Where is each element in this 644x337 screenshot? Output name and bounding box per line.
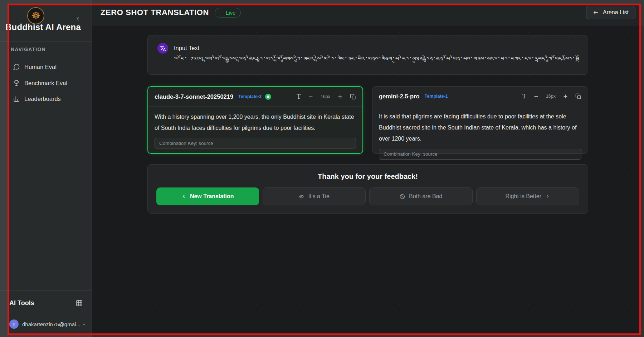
live-glyph-icon [220, 11, 223, 14]
increase-font-button[interactable] [337, 94, 343, 100]
decrease-font-button[interactable] [533, 93, 539, 99]
feedback-heading: Thank you for your feedback! [148, 172, 588, 181]
copy-icon[interactable] [350, 94, 356, 100]
grid-icon[interactable] [75, 299, 83, 307]
input-text-panel: Input Text ལོ་ངོ་ ༡༢༠༠ ལྷག་གི་ལོ་རྒྱུས་ལ… [147, 35, 588, 75]
model-name: gemini-2.5-pro [379, 93, 420, 100]
chat-bubble-icon [13, 63, 20, 70]
handshake-icon [299, 194, 305, 200]
sidebar-item-leaderboards[interactable]: Leaderboards [0, 91, 92, 107]
both-bad-button[interactable]: Both are Bad [369, 187, 473, 205]
user-account-menu[interactable]: T dhakartenzin75@gmai... [9, 319, 86, 329]
translation-output: With a history spanning over 1,200 years… [148, 107, 362, 133]
app-title: Buddhist AI Arena [5, 22, 81, 32]
buddhist-ai-arena-logo: ☸ [27, 7, 44, 24]
tie-label: It's a Tie [308, 193, 330, 200]
sidebar: ☸ Buddhist AI Arena NAVIGATION Human Eva… [0, 0, 92, 337]
right-better-button[interactable]: Right is Better [476, 187, 580, 205]
chevron-left-icon [75, 16, 81, 21]
template-badge: Template-2 [238, 94, 262, 99]
sidebar-item-label: Human Eval [24, 64, 57, 70]
sidebar-collapse-button[interactable] [75, 16, 81, 23]
model-name: claude-3-7-sonnet-20250219 [155, 93, 233, 100]
sidebar-footer: AI Tools T dhakartenzin75@gmai... [0, 290, 92, 337]
model-card-header: gemini-2.5-pro Template-1 T 16px [372, 87, 588, 106]
model-card-left: claude-3-7-sonnet-20250219 Template-2 T … [147, 86, 363, 154]
ai-tools-label: AI Tools [9, 299, 34, 307]
font-style-button[interactable]: T [297, 93, 301, 101]
card-toolbar: T 16px [522, 92, 581, 100]
model-card-header: claude-3-7-sonnet-20250219 Template-2 T … [148, 87, 362, 107]
arena-list-button-label: Arena List [603, 9, 629, 16]
new-translation-button[interactable]: New Translation [156, 187, 259, 205]
sidebar-header: ☸ Buddhist AI Arena [0, 0, 92, 41]
main-content: Input Text ལོ་ངོ་ ༡༢༠༠ ལྷག་གི་ལོ་རྒྱུས་ལ… [92, 25, 644, 337]
sidebar-item-human-eval[interactable]: Human Eval [0, 59, 92, 75]
user-email: dhakartenzin75@gmai... [22, 321, 80, 327]
copy-icon[interactable] [575, 93, 581, 99]
font-style-button[interactable]: T [522, 92, 526, 100]
avatar: T [9, 319, 19, 329]
live-status-badge: Live [215, 8, 241, 18]
decrease-font-button[interactable] [308, 94, 314, 100]
app-window: ☸ Buddhist AI Arena NAVIGATION Human Eva… [0, 0, 644, 337]
right-better-label: Right is Better [506, 193, 541, 200]
prohibited-icon [399, 194, 405, 200]
combination-key-input[interactable] [379, 149, 581, 160]
live-badge-label: Live [226, 10, 236, 16]
source-text: ལོ་ངོ་ ༡༢༠༠ ལྷག་གི་ལོ་རྒྱུས་ལྡན་ཞིང་རྒྱ་… [174, 55, 579, 63]
sidebar-item-label: Benchmark Eval [24, 80, 67, 87]
feedback-panel: Thank you for your feedback! New Transla… [147, 164, 588, 214]
chevron-right-icon [545, 194, 550, 199]
both-bad-label: Both are Bad [409, 193, 442, 200]
selected-indicator [265, 94, 271, 100]
combination-key-input[interactable] [155, 138, 356, 148]
chevron-left-icon [181, 194, 186, 199]
arrow-left-icon [593, 9, 599, 16]
card-toolbar: T 16px [297, 93, 356, 101]
translate-icon [157, 43, 168, 54]
top-bar: ZERO SHOT TRANSLATION Live Arena List [92, 0, 644, 25]
font-size-value: 16px [321, 94, 330, 99]
input-text-label: Input Text [174, 45, 199, 52]
model-card-right: gemini-2.5-pro Template-1 T 16px It is s… [372, 86, 588, 154]
nav-section-label: NAVIGATION [11, 47, 46, 52]
translation-output: It is said that pilgrims are facing diff… [372, 106, 588, 145]
template-badge: Template-1 [425, 94, 448, 99]
font-size-value: 16px [546, 94, 556, 99]
increase-font-button[interactable] [562, 93, 569, 99]
tie-button[interactable]: It's a Tie [263, 187, 366, 205]
trophy-icon [13, 79, 20, 87]
page-title: ZERO SHOT TRANSLATION [101, 8, 209, 17]
bar-chart-icon [13, 95, 20, 102]
chevron-down-icon [82, 322, 86, 326]
new-translation-label: New Translation [190, 193, 234, 200]
arena-list-button[interactable]: Arena List [586, 6, 635, 19]
sidebar-item-benchmark-eval[interactable]: Benchmark Eval [0, 75, 92, 91]
sidebar-item-label: Leaderboards [24, 96, 61, 102]
